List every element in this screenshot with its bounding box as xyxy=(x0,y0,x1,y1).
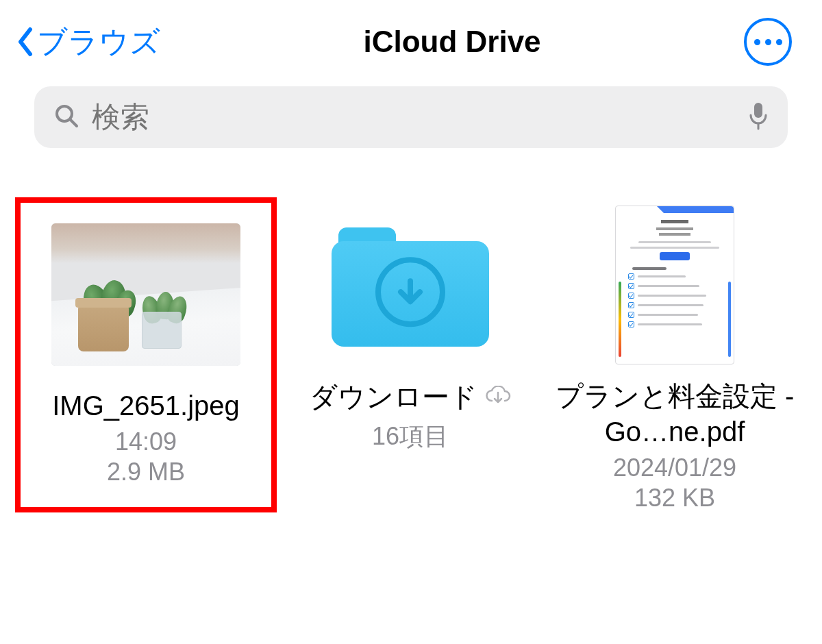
folder-name: ダウンロード xyxy=(310,378,477,416)
page-title: iCloud Drive xyxy=(363,25,540,59)
cloud-download-icon xyxy=(484,386,512,409)
back-button[interactable]: ブラウズ xyxy=(16,22,160,62)
search-container xyxy=(0,77,822,148)
folder-item-count: 16項目 xyxy=(372,420,449,454)
ellipsis-icon-dot xyxy=(765,39,771,45)
navigation-bar: ブラウズ iCloud Drive xyxy=(0,0,822,77)
microphone-icon[interactable] xyxy=(748,101,769,133)
svg-line-1 xyxy=(71,120,77,126)
file-name: プランと料金設定 - Go…ne.pdf xyxy=(549,378,800,449)
back-label: ブラウズ xyxy=(37,22,160,62)
file-item-image[interactable]: IMG_2651.jpeg 14:09 2.9 MB xyxy=(21,203,271,507)
file-meta-time: 14:09 xyxy=(115,428,177,456)
svg-rect-2 xyxy=(754,103,762,118)
file-item-pdf[interactable]: プランと料金設定 - Go…ne.pdf 2024/01/29 132 KB xyxy=(549,203,800,512)
file-thumbnail xyxy=(549,203,800,367)
search-input[interactable] xyxy=(90,100,737,134)
ellipsis-icon-dot xyxy=(776,39,782,45)
file-meta-size: 2.9 MB xyxy=(107,458,185,486)
file-meta-date: 2024/01/29 xyxy=(613,454,736,482)
file-name: IMG_2651.jpeg xyxy=(47,388,245,423)
ellipsis-icon-dot xyxy=(754,39,760,45)
search-bar[interactable] xyxy=(34,86,788,148)
file-item-folder[interactable]: ダウンロード 16項目 xyxy=(285,203,536,454)
file-meta-size: 132 KB xyxy=(634,484,715,512)
file-thumbnail xyxy=(21,212,271,377)
more-button[interactable] xyxy=(744,18,792,66)
pdf-thumbnail xyxy=(615,206,734,364)
folder-thumbnail xyxy=(285,203,536,367)
search-icon xyxy=(53,103,79,132)
downloads-folder-icon xyxy=(332,223,489,347)
photo-thumbnail-plants xyxy=(51,223,240,366)
chevron-left-icon xyxy=(16,27,34,57)
file-grid: IMG_2651.jpeg 14:09 2.9 MB ダウンロード 16項目 xyxy=(0,148,822,512)
